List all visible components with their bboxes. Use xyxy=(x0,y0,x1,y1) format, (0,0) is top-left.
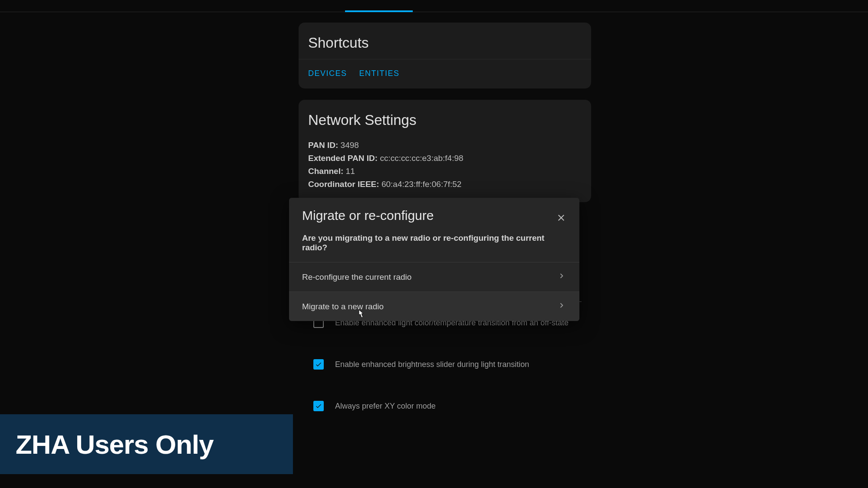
xy-color-row: Always prefer XY color mode xyxy=(308,385,582,427)
extended-pan-value: cc:cc:cc:cc:e3:ab:f4:98 xyxy=(380,154,463,163)
extended-pan-row: Extended PAN ID: cc:cc:cc:cc:e3:ab:f4:98 xyxy=(308,152,582,165)
dialog-close-button[interactable] xyxy=(552,209,570,226)
entities-link[interactable]: ENTITIES xyxy=(359,69,400,78)
coordinator-label: Coordinator IEEE: xyxy=(308,180,379,189)
xy-color-label: Always prefer XY color mode xyxy=(335,402,436,411)
coordinator-row: Coordinator IEEE: 60:a4:23:ff:fe:06:7f:5… xyxy=(308,178,582,191)
migrate-label: Migrate to a new radio xyxy=(302,302,384,311)
chevron-right-icon xyxy=(557,301,566,312)
devices-link[interactable]: DEVICES xyxy=(308,69,347,78)
network-settings-card: Network Settings PAN ID: 3498 Extended P… xyxy=(299,100,591,202)
coordinator-value: 60:a4:23:ff:fe:06:7f:52 xyxy=(381,180,462,189)
migrate-option[interactable]: Migrate to a new radio xyxy=(289,291,579,321)
extended-pan-label: Extended PAN ID: xyxy=(308,154,378,163)
check-icon xyxy=(315,361,322,368)
active-tab-indicator xyxy=(345,10,413,12)
migrate-dialog: Migrate or re-configure Are you migratin… xyxy=(289,198,579,321)
top-bar xyxy=(0,0,868,12)
pan-id-value: 3498 xyxy=(341,141,359,150)
xy-color-checkbox[interactable] xyxy=(313,401,324,411)
zha-banner: ZHA Users Only xyxy=(0,414,293,474)
dialog-header: Migrate or re-configure xyxy=(289,198,579,231)
check-icon xyxy=(315,403,322,409)
close-icon xyxy=(556,213,566,223)
reconfigure-option[interactable]: Re-configure the current radio xyxy=(289,262,579,291)
network-settings-body: PAN ID: 3498 Extended PAN ID: cc:cc:cc:c… xyxy=(299,136,591,200)
network-settings-title: Network Settings xyxy=(299,100,591,136)
reconfigure-label: Re-configure the current radio xyxy=(302,272,411,282)
enhanced-brightness-checkbox[interactable] xyxy=(313,359,324,370)
enhanced-brightness-row: Enable enhanced brightness slider during… xyxy=(308,344,582,385)
pan-id-row: PAN ID: 3498 xyxy=(308,139,582,152)
shortcuts-card: Shortcuts DEVICES ENTITIES xyxy=(299,23,591,88)
chevron-right-icon xyxy=(557,271,566,283)
enhanced-brightness-label: Enable enhanced brightness slider during… xyxy=(335,360,529,369)
channel-label: Channel: xyxy=(308,167,343,176)
zha-banner-text: ZHA Users Only xyxy=(16,429,214,460)
dialog-title: Migrate or re-configure xyxy=(302,208,566,223)
pan-id-label: PAN ID: xyxy=(308,141,338,150)
dialog-subtitle: Are you migrating to a new radio or re-c… xyxy=(289,231,579,262)
shortcut-links: DEVICES ENTITIES xyxy=(299,59,591,87)
channel-value: 11 xyxy=(346,167,355,176)
shortcuts-title: Shortcuts xyxy=(299,23,591,59)
channel-row: Channel: 11 xyxy=(308,165,582,178)
